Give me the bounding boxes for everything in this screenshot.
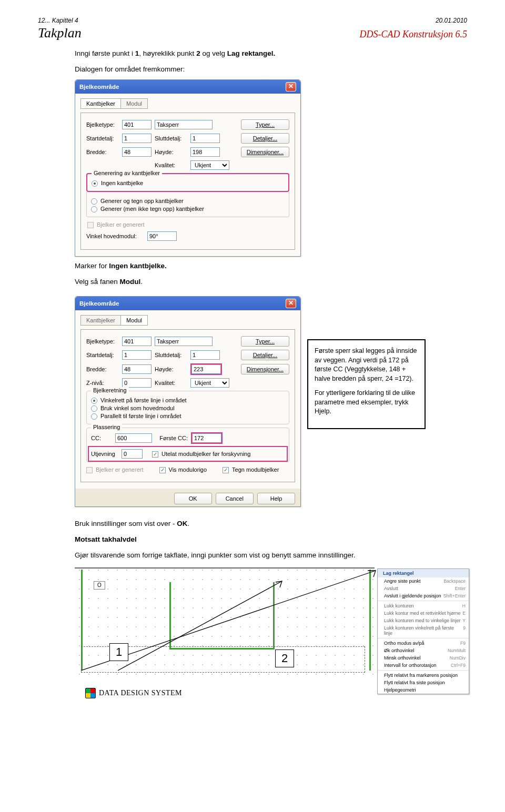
header-date: 20.01.2010	[436, 17, 467, 24]
tab-modul[interactable]: Modul	[120, 98, 148, 109]
dds-logo-icon	[85, 688, 96, 698]
input-vinkel[interactable]	[147, 231, 177, 241]
menu-item[interactable]: Angre siste punktBackspace	[378, 577, 469, 585]
label-hoyde: Høyde:	[155, 149, 187, 155]
side-note-box: Første sperr skal legges på innside av v…	[307, 339, 426, 429]
checkbox-tegn-modulbjelker[interactable]: Tegn modulbjelker	[223, 466, 279, 473]
dialog-bjelkeomrade-1: Bjelkeområde ✕ KantbjelkerModul Bjelkety…	[75, 79, 301, 257]
input-hoyde[interactable]	[191, 364, 221, 374]
label-startdetalj: Startdetalj:	[86, 135, 119, 141]
radio-parallelt[interactable]: Parallelt til første linje i området	[91, 413, 285, 419]
checkbox-bjelker-generert: Bjelker er generert	[86, 466, 144, 473]
label-sluttdetalj: Sluttdetalj:	[155, 135, 187, 141]
menu-item[interactable]: Flytt relativt fra markørens posisjon	[378, 672, 469, 679]
callout-1: 1	[109, 643, 128, 661]
button-dimensjoner[interactable]: Dimensjoner...	[241, 147, 289, 157]
menu-item[interactable]: Minsk orthovinkelNumDiv	[378, 654, 469, 662]
menu-item: AvsluttEnter	[378, 585, 469, 592]
button-cancel[interactable]: Cancel	[216, 493, 254, 504]
group-plassering: Plassering CC: Første CC: Utjevning Utel…	[86, 428, 289, 462]
input-firstcc[interactable]	[192, 433, 221, 443]
input-bjelketype[interactable]	[122, 120, 152, 129]
after-heading: Motsatt takhalvdel	[75, 534, 467, 545]
input-cc[interactable]	[115, 433, 152, 443]
input-bjelketype[interactable]	[122, 337, 152, 346]
tab-modul[interactable]: Modul	[120, 315, 148, 326]
checkbox-bjelker-generert: Bjelker er generert	[87, 221, 289, 228]
menu-item: Lukk konturenH	[378, 602, 469, 610]
intro-p2: Dialogen for området fremkommer:	[75, 64, 467, 75]
mid-p2: Velg så fanen Modul.	[75, 277, 467, 287]
radio-vinkelrett[interactable]: Vinkelrett på første linje i området	[91, 397, 285, 403]
input-utjevning[interactable]	[122, 449, 143, 459]
radio-generer-tegn[interactable]: Generer og tegn opp kantbjelker	[91, 198, 285, 204]
menu-item: Lukk konturen med to vinkelige linjerY	[378, 617, 469, 624]
label-cc: CC:	[91, 435, 112, 441]
input-startdetalj[interactable]	[122, 134, 152, 143]
label-sluttdetalj: Sluttdetalj:	[155, 352, 187, 358]
menu-item[interactable]: Flytt relativt fra siste posisjon	[378, 679, 469, 686]
page-header: 12... Kapittel 4 20.01.2010	[38, 17, 467, 24]
menu-item[interactable]: Avslutt i gjeldende posisjonShift+Enter	[378, 592, 469, 600]
button-dimensjoner[interactable]: Dimensjoner...	[241, 364, 289, 374]
label-utjevning: Utjevning	[91, 451, 118, 457]
label-bjelketype: Bjelketype:	[86, 121, 119, 128]
close-icon[interactable]: ✕	[286, 82, 296, 92]
menu-item[interactable]: Øk orthovinkelNumMult	[378, 647, 469, 654]
input-taksperr[interactable]	[155, 120, 213, 129]
checkbox-utelat[interactable]: Utelat modulbjelker før forskyvning	[152, 451, 250, 458]
input-bredde[interactable]	[122, 147, 152, 157]
label-kvalitet: Kvalitet:	[155, 380, 187, 386]
select-kvalitet[interactable]: Ukjent	[190, 160, 229, 170]
tab-kantbjelker[interactable]: Kantbjelker	[80, 315, 121, 326]
input-taksperr[interactable]	[155, 337, 213, 346]
header-left: 12... Kapittel 4	[38, 17, 78, 24]
input-sluttdetalj[interactable]	[190, 134, 220, 143]
group-generering: Generering av kantbjelker Ingen kantbjel…	[86, 173, 289, 192]
select-kvalitet[interactable]: Ukjent	[190, 378, 229, 388]
mid-p1: Marker for Ingen kantbjelke.	[75, 261, 467, 271]
label-vinkel: Vinkel hovedmodul:	[86, 233, 144, 239]
input-zniva[interactable]	[122, 378, 152, 388]
radio-ingen-kantbjelke[interactable]: Ingen kantbjelke	[92, 180, 284, 186]
label-firstcc: Første CC:	[155, 435, 188, 441]
label-zniva: Z-nivå:	[86, 380, 119, 386]
button-detaljer[interactable]: Detaljer...	[241, 133, 289, 144]
sidenote-p2: For ytterligere forklaring til de ulike …	[315, 389, 418, 417]
label-bredde: Bredde:	[86, 366, 119, 372]
button-ok[interactable]: OK	[174, 493, 212, 504]
highlight-hoyde	[190, 363, 222, 375]
dds-logo-text: DATA DESIGN SYSTEM	[99, 689, 182, 697]
doc-title: Takplan	[38, 25, 82, 41]
button-typer[interactable]: Typer...	[241, 336, 289, 347]
title-row: Takplan DDS-CAD Konstruksjon 6.5	[38, 25, 467, 41]
label-kvalitet: Kvalitet:	[155, 162, 187, 168]
menu-item[interactable]: Intervall for orthorotasjonCtrl+F9	[378, 662, 469, 669]
button-help[interactable]: Help	[257, 493, 295, 504]
group-title: Generering av kantbjelker	[92, 170, 162, 176]
origo-marker: O	[94, 581, 105, 590]
label-bredde: Bredde:	[86, 149, 119, 155]
label-bjelketype: Bjelketype:	[86, 338, 119, 344]
group-bjelkeretning: Bjelkeretning Vinkelrett på første linje…	[86, 391, 289, 424]
close-icon[interactable]: ✕	[286, 299, 296, 308]
menu-lag-rektangel[interactable]: Lag rektangel	[378, 569, 469, 577]
menu-item[interactable]: Hjelpegeometri	[378, 686, 469, 694]
radio-bruk-vinkel[interactable]: Bruk vinkel som hovedmodul	[91, 405, 285, 411]
callout-2: 2	[275, 649, 294, 667]
button-detaljer[interactable]: Detaljer...	[241, 350, 289, 360]
radio-generer-ikke-tegn[interactable]: Generer (men ikke tegn opp) kantbjelker	[91, 206, 285, 212]
input-sluttdetalj[interactable]	[190, 350, 220, 360]
input-bredde[interactable]	[122, 364, 152, 374]
button-typer[interactable]: Typer...	[241, 119, 289, 130]
highlight-firstcc	[191, 432, 223, 444]
context-menu: Lag rektangel Angre siste punktBackspace…	[377, 569, 469, 694]
label-hoyde: Høyde:	[155, 366, 187, 372]
tabstrip: KantbjelkerModul	[80, 98, 295, 108]
tab-kantbjelker[interactable]: Kantbjelker	[80, 98, 121, 109]
checkbox-vis-modulorigo[interactable]: Vis modulorigo	[159, 466, 207, 473]
plan-diagram: O 1 2 Lag rektangel Angre siste punktBac…	[75, 565, 469, 678]
input-startdetalj[interactable]	[122, 350, 152, 360]
input-hoyde[interactable]	[190, 147, 220, 157]
menu-item[interactable]: Ortho modus av/påF9	[378, 640, 469, 647]
